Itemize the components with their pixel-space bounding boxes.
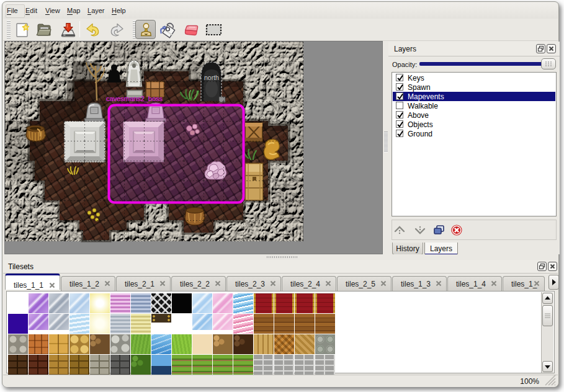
svg-text:cavesmans2_boss: cavesmans2_boss [106, 95, 163, 102]
